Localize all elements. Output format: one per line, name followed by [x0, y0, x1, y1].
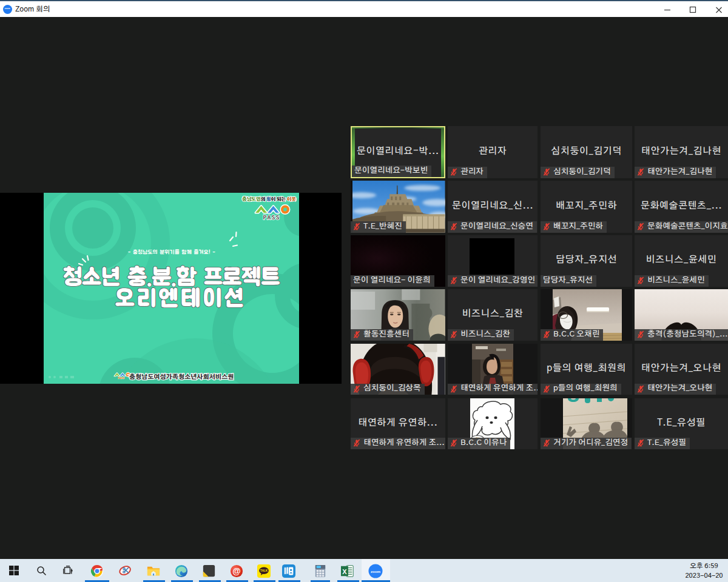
svg-text:TALK: TALK [260, 569, 268, 572]
svg-text:PASS: PASS [118, 377, 124, 380]
svg-text:청소년 충.분.함 프로젝트: 청소년 충.분.함 프로젝트 [63, 266, 280, 290]
svg-text:충청남도여성가족청소년사회서비스원: 충청남도여성가족청소년사회서비스원 [129, 373, 234, 380]
svg-text:오리엔테이션: 오리엔테이션 [115, 287, 246, 311]
svg-text:PASS: PASS [263, 215, 280, 221]
svg-text:X: X [342, 568, 347, 575]
svg-text:zoom: zoom [371, 569, 381, 574]
svg-text:@: @ [232, 567, 240, 576]
svg-text:- 충청남도의 분위기를 함께 즐겨요! -: - 충청남도의 분위기를 함께 즐겨요! - [127, 249, 215, 255]
svg-text:충남도민의 힘이 되는 이웃: 충남도민의 힘이 되는 이웃 [242, 196, 296, 202]
